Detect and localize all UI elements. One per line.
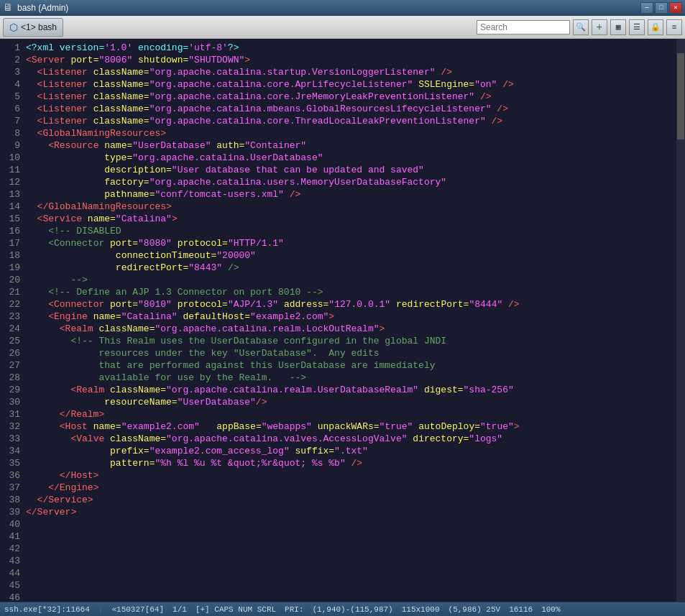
code-line: <Listener className="org.apache.catalina… — [26, 115, 673, 127]
code-area[interactable]: <?xml version='1.0' encoding='utf-8'?><S… — [24, 39, 676, 602]
code-line: <Listener className="org.apache.catalina… — [26, 78, 673, 91]
status-info1: 1/1 — [173, 605, 187, 614]
line-number: 12 — [6, 176, 20, 188]
code-line: </GlobalNamingResources> — [26, 201, 673, 213]
status-position: «150327[64] — [111, 605, 164, 614]
line-number: 41 — [6, 530, 20, 543]
line-number: 17 — [6, 237, 20, 249]
code-line: <Listener className="org.apache.catalina… — [26, 66, 673, 78]
line-number: 34 — [6, 445, 20, 457]
window-icon: 🖥 — [3, 2, 13, 14]
window-title: bash (Admin) — [17, 3, 68, 13]
code-line: <Valve className="org.apache.catalina.va… — [26, 433, 673, 445]
code-line: connectionTimeout="20000" — [26, 249, 673, 262]
code-line: --> — [26, 274, 673, 286]
line-number: 27 — [6, 359, 20, 372]
code-line: <Host name="example2.com" appBase="webap… — [26, 420, 673, 433]
code-line: <!-- DISABLED — [26, 225, 673, 237]
line-number: 16 — [6, 225, 20, 237]
line-number: 22 — [6, 298, 20, 311]
line-number: 32 — [6, 420, 20, 433]
code-line: <?xml version='1.0' encoding='utf-8'?> — [26, 42, 673, 54]
search-input[interactable] — [477, 20, 570, 35]
line-number: 45 — [6, 579, 20, 592]
code-line: <Connector port="8080" protocol="HTTP/1.… — [26, 237, 673, 249]
line-number: 28 — [6, 372, 20, 384]
line-number: 24 — [6, 323, 20, 335]
line-number: 30 — [6, 396, 20, 408]
code-line: description="User database that can be u… — [26, 164, 673, 176]
code-line: resources under the key "UserDatabase". … — [26, 347, 673, 359]
line-number: 5 — [6, 91, 20, 103]
search-button[interactable]: 🔍 — [573, 19, 589, 35]
status-info5: 115x1000 — [402, 605, 440, 614]
line-number: 11 — [6, 164, 20, 176]
code-line: pattern="%h %l %u %t &quot;%r&quot; %s %… — [26, 457, 673, 469]
line-number: 21 — [6, 286, 20, 298]
main-content: 1234567891011121314151617181920212223242… — [0, 39, 685, 602]
code-line: <!-- Define an AJP 1.3 Connector on port… — [26, 286, 673, 298]
options-button[interactable]: ≡ — [666, 19, 682, 35]
scrollbar[interactable] — [676, 39, 685, 602]
code-line: </Engine> — [26, 482, 673, 494]
line-number: 36 — [6, 469, 20, 482]
code-line: <Listener className="org.apache.catalina… — [26, 103, 673, 115]
line-number: 14 — [6, 201, 20, 213]
line-number: 13 — [6, 188, 20, 201]
code-line: <Listener className="org.apache.catalina… — [26, 91, 673, 103]
code-line: available for use by the Realm. --> — [26, 372, 673, 384]
code-line: </Realm> — [26, 408, 673, 420]
line-number: 40 — [6, 518, 20, 530]
line-number: 19 — [6, 262, 20, 274]
line-number: 23 — [6, 311, 20, 323]
line-number: 38 — [6, 494, 20, 506]
code-line: redirectPort="8443" /> — [26, 262, 673, 274]
line-number: 35 — [6, 457, 20, 469]
line-number: 6 — [6, 103, 20, 115]
status-info3: PRI: — [285, 605, 303, 614]
title-bar-left: 🖥 bash (Admin) — [3, 2, 68, 14]
line-number: 8 — [6, 127, 20, 139]
line-number: 37 — [6, 482, 20, 494]
line-number: 42 — [6, 543, 20, 555]
code-line: type="org.apache.catalina.UserDatabase" — [26, 152, 673, 164]
lock-button[interactable]: 🔒 — [648, 19, 663, 35]
line-number: 9 — [6, 139, 20, 152]
view-list-button[interactable]: ☰ — [629, 19, 645, 35]
tab-bash[interactable]: ⬡ <1> bash — [3, 18, 63, 37]
status-info7: 16116 — [509, 605, 533, 614]
scrollbar-thumb[interactable] — [677, 53, 684, 139]
code-line: <Server port="8006" shutdown="SHUTDOWN"> — [26, 54, 673, 66]
view-button[interactable]: ▦ — [610, 19, 626, 35]
line-number: 26 — [6, 347, 20, 359]
line-number: 7 — [6, 115, 20, 127]
tab-icon: ⬡ — [9, 22, 18, 33]
status-info4: (1,940)-(115,987) — [313, 605, 393, 614]
code-line: </Service> — [26, 494, 673, 506]
line-number: 33 — [6, 433, 20, 445]
line-number: 44 — [6, 567, 20, 579]
new-tab-button[interactable]: + — [592, 19, 607, 35]
tab-label: <1> bash — [21, 22, 57, 32]
title-bar-controls: — □ ✕ — [640, 2, 682, 14]
code-line: </Host> — [26, 469, 673, 482]
code-line: <Engine name="Catalina" defaultHost="exa… — [26, 311, 673, 323]
status-info8: 100% — [541, 605, 560, 614]
minimize-button[interactable]: — — [640, 2, 653, 14]
line-number: 29 — [6, 384, 20, 396]
code-line: <Realm className="org.apache.catalina.re… — [26, 323, 673, 335]
status-info6: (5,986) 25V — [449, 605, 501, 614]
line-number: 31 — [6, 408, 20, 420]
code-line: prefix="example2.com_access_log" suffix=… — [26, 445, 673, 457]
code-line: </Server> — [26, 506, 673, 518]
search-bar: 🔍 + ▦ ☰ 🔒 ≡ — [477, 19, 682, 35]
line-number: 4 — [6, 78, 20, 91]
close-button[interactable]: ✕ — [669, 2, 682, 14]
code-line: <!-- This Realm uses the UserDatabase co… — [26, 335, 673, 347]
code-container: 1234567891011121314151617181920212223242… — [0, 39, 685, 602]
line-number: 2 — [6, 54, 20, 66]
line-number: 18 — [6, 249, 20, 262]
line-number: 39 — [6, 506, 20, 518]
line-number: 1 — [6, 42, 20, 54]
maximize-button[interactable]: □ — [655, 2, 668, 14]
